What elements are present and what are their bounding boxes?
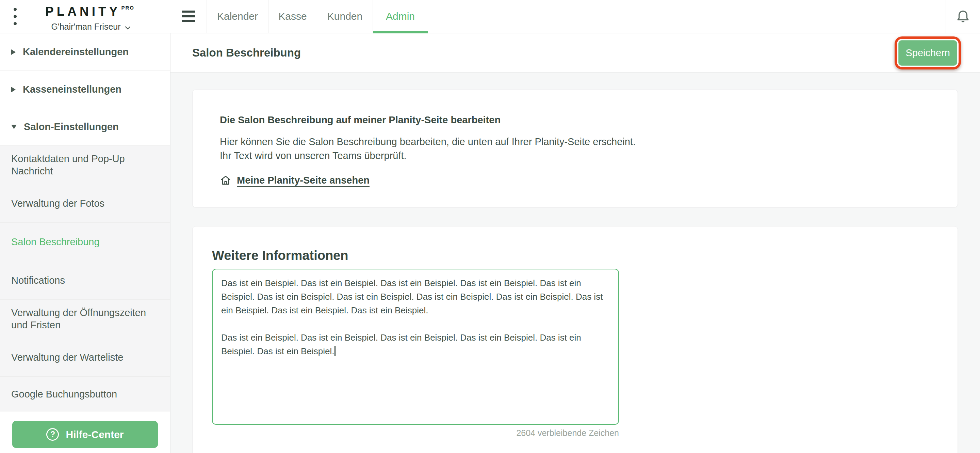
description-paragraph-2: Das ist ein Beispiel. Das ist ein Beispi… <box>221 331 610 358</box>
tab-kasse[interactable]: Kasse <box>268 0 317 33</box>
sidebar-section-kalendereinstellungen[interactable]: Kalendereinstellungen <box>0 33 170 71</box>
chevron-down-icon <box>125 24 130 29</box>
text-cursor <box>334 346 336 356</box>
sidebar-section-label: Kasseneinstellungen <box>23 84 121 95</box>
sidebar-item-notifications[interactable]: Notifications <box>0 261 170 300</box>
planity-page-link-row: Meine Planity-Seite ansehen <box>220 174 930 186</box>
main-nav-tabs: Kalender Kasse Kunden Admin <box>207 0 428 33</box>
description-paragraph-1: Das ist ein Beispiel. Das ist ein Beispi… <box>221 276 610 317</box>
home-icon <box>220 174 231 186</box>
topbar-spacer <box>428 0 946 33</box>
planity-logo: PLANITYPRO <box>17 2 163 21</box>
active-tab-underline <box>373 31 428 33</box>
sidebar-item-salon-beschreibung[interactable]: Salon Beschreibung <box>0 223 170 261</box>
brand-block: PLANITYPRO G'hair'man Friseur <box>17 2 170 32</box>
sidebar-section-kasseneinstellungen[interactable]: Kasseneinstellungen <box>0 71 170 108</box>
intro-body-line-2: Ihr Text wird von unseren Teams überprüf… <box>220 149 930 163</box>
collapsed-triangle-icon <box>11 87 16 92</box>
sidebar-item-google-buchungsbutton[interactable]: Google Buchungsbutton <box>0 377 170 412</box>
sidebar-item-label: Verwaltung der Fotos <box>11 197 105 209</box>
page-header: Salon Beschreibung Speichern <box>170 33 980 73</box>
bell-icon <box>955 8 971 24</box>
sidebar-item-warteliste[interactable]: Verwaltung der Warteliste <box>0 338 170 377</box>
hamburger-icon <box>182 11 195 22</box>
description-textarea[interactable]: Das ist ein Beispiel. Das ist ein Beispi… <box>212 269 619 425</box>
sidebar-item-label: Notifications <box>11 274 65 286</box>
sidebar-section-label: Salon-Einstellungen <box>24 121 119 132</box>
intro-card-title: Die Salon Beschreibung auf meiner Planit… <box>220 114 930 126</box>
tab-label: Admin <box>386 11 415 22</box>
page-title: Salon Beschreibung <box>192 46 301 59</box>
expanded-triangle-icon <box>11 124 17 129</box>
main-area: Salon Beschreibung Speichern Die Salon B… <box>170 33 980 453</box>
tab-label: Kasse <box>278 11 307 22</box>
sidebar-item-label: Verwaltung der Öffnungszeiten und Friste… <box>11 306 154 331</box>
logo-pro-badge: PRO <box>121 5 134 11</box>
tab-label: Kalender <box>217 11 258 22</box>
sidebar-item-kontaktdaten[interactable]: Kontaktdaten und Pop-Up Nachricht <box>0 146 170 184</box>
topbar-brand-area: PLANITYPRO G'hair'man Friseur <box>0 0 170 33</box>
kebab-menu-icon[interactable] <box>14 8 17 25</box>
intro-body-line-1: Hier können Sie die Salon Beschreibung b… <box>220 135 930 149</box>
sidebar-item-oeffnungszeiten[interactable]: Verwaltung der Öffnungszeiten und Friste… <box>0 300 170 338</box>
sidebar-section-label: Kalendereinstellungen <box>23 46 129 57</box>
remaining-characters-counter: 2604 verbleibende Zeichen <box>212 428 619 438</box>
help-center-label: Hilfe-Center <box>66 429 124 440</box>
help-center-button[interactable]: ? Hilfe-Center <box>12 421 158 448</box>
save-button[interactable]: Speichern <box>898 40 957 66</box>
settings-sidebar: Kalendereinstellungen Kasseneinstellunge… <box>0 33 170 453</box>
app-window: PLANITYPRO G'hair'man Friseur Kalender K… <box>0 0 980 453</box>
salon-selector[interactable]: G'hair'man Friseur <box>17 22 163 32</box>
page-content: Die Salon Beschreibung auf meiner Planit… <box>170 73 980 453</box>
hamburger-menu-button[interactable] <box>170 0 207 33</box>
sidebar-item-label: Salon Beschreibung <box>11 236 100 248</box>
save-button-highlight-annotation: Speichern <box>894 37 961 70</box>
sidebar-footer: ? Hilfe-Center <box>0 412 170 453</box>
tab-admin[interactable]: Admin <box>372 0 428 33</box>
view-planity-page-link[interactable]: Meine Planity-Seite ansehen <box>237 175 369 186</box>
tab-kunden[interactable]: Kunden <box>317 0 372 33</box>
tab-label: Kunden <box>327 11 363 22</box>
sidebar-item-verwaltung-fotos[interactable]: Verwaltung der Fotos <box>0 184 170 223</box>
description-intro-card: Die Salon Beschreibung auf meiner Planit… <box>192 89 958 207</box>
salon-name: G'hair'man Friseur <box>51 22 121 31</box>
sidebar-section-salon-einstellungen[interactable]: Salon-Einstellungen <box>0 108 170 146</box>
question-mark-icon: ? <box>46 428 59 441</box>
editor-card-title: Weitere Informationen <box>212 247 938 263</box>
collapsed-triangle-icon <box>11 49 16 55</box>
sidebar-item-label: Kontaktdaten und Pop-Up Nachricht <box>11 153 154 177</box>
intro-card-body: Hier können Sie die Salon Beschreibung b… <box>220 135 930 163</box>
notifications-button[interactable] <box>946 0 980 33</box>
logo-text: PLANITY <box>45 5 121 18</box>
weitere-informationen-card: Weitere Informationen Das ist ein Beispi… <box>192 226 958 453</box>
tab-kalender[interactable]: Kalender <box>207 0 268 33</box>
sidebar-item-label: Verwaltung der Warteliste <box>11 351 123 364</box>
sidebar-item-label: Google Buchungsbutton <box>11 388 117 400</box>
topbar: PLANITYPRO G'hair'man Friseur Kalender K… <box>0 0 980 33</box>
